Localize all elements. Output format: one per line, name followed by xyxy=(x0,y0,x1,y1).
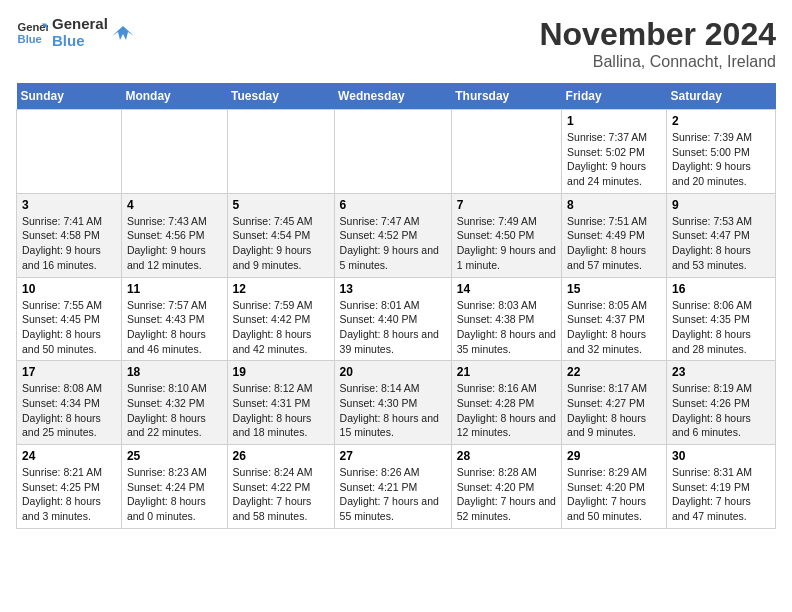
day-number: 30 xyxy=(672,449,770,463)
day-number: 12 xyxy=(233,282,329,296)
day-number: 23 xyxy=(672,365,770,379)
calendar-cell: 9Sunrise: 7:53 AM Sunset: 4:47 PM Daylig… xyxy=(667,193,776,277)
calendar-cell: 5Sunrise: 7:45 AM Sunset: 4:54 PM Daylig… xyxy=(227,193,334,277)
calendar-cell xyxy=(227,110,334,194)
weekday-header: Thursday xyxy=(451,83,561,110)
calendar-week-row: 3Sunrise: 7:41 AM Sunset: 4:58 PM Daylig… xyxy=(17,193,776,277)
calendar-cell: 7Sunrise: 7:49 AM Sunset: 4:50 PM Daylig… xyxy=(451,193,561,277)
calendar-week-row: 24Sunrise: 8:21 AM Sunset: 4:25 PM Dayli… xyxy=(17,445,776,529)
day-info: Sunrise: 8:16 AM Sunset: 4:28 PM Dayligh… xyxy=(457,381,556,440)
svg-marker-3 xyxy=(112,26,134,40)
calendar-cell: 26Sunrise: 8:24 AM Sunset: 4:22 PM Dayli… xyxy=(227,445,334,529)
day-info: Sunrise: 7:49 AM Sunset: 4:50 PM Dayligh… xyxy=(457,214,556,273)
day-info: Sunrise: 7:41 AM Sunset: 4:58 PM Dayligh… xyxy=(22,214,116,273)
day-number: 8 xyxy=(567,198,661,212)
day-number: 27 xyxy=(340,449,446,463)
day-info: Sunrise: 8:05 AM Sunset: 4:37 PM Dayligh… xyxy=(567,298,661,357)
day-number: 24 xyxy=(22,449,116,463)
day-number: 1 xyxy=(567,114,661,128)
calendar-cell: 13Sunrise: 8:01 AM Sunset: 4:40 PM Dayli… xyxy=(334,277,451,361)
day-number: 20 xyxy=(340,365,446,379)
day-number: 19 xyxy=(233,365,329,379)
calendar-cell xyxy=(451,110,561,194)
day-number: 16 xyxy=(672,282,770,296)
day-info: Sunrise: 8:14 AM Sunset: 4:30 PM Dayligh… xyxy=(340,381,446,440)
day-info: Sunrise: 8:29 AM Sunset: 4:20 PM Dayligh… xyxy=(567,465,661,524)
day-info: Sunrise: 8:24 AM Sunset: 4:22 PM Dayligh… xyxy=(233,465,329,524)
day-number: 17 xyxy=(22,365,116,379)
page-subtitle: Ballina, Connacht, Ireland xyxy=(539,53,776,71)
header: General Blue General Blue November 2024 … xyxy=(16,16,776,71)
day-number: 3 xyxy=(22,198,116,212)
weekday-header: Saturday xyxy=(667,83,776,110)
calendar-cell xyxy=(121,110,227,194)
day-number: 10 xyxy=(22,282,116,296)
day-info: Sunrise: 8:12 AM Sunset: 4:31 PM Dayligh… xyxy=(233,381,329,440)
calendar-cell: 3Sunrise: 7:41 AM Sunset: 4:58 PM Daylig… xyxy=(17,193,122,277)
calendar-cell: 6Sunrise: 7:47 AM Sunset: 4:52 PM Daylig… xyxy=(334,193,451,277)
day-number: 25 xyxy=(127,449,222,463)
weekday-header: Tuesday xyxy=(227,83,334,110)
day-number: 15 xyxy=(567,282,661,296)
calendar-cell: 12Sunrise: 7:59 AM Sunset: 4:42 PM Dayli… xyxy=(227,277,334,361)
calendar-week-row: 1Sunrise: 7:37 AM Sunset: 5:02 PM Daylig… xyxy=(17,110,776,194)
calendar-cell: 25Sunrise: 8:23 AM Sunset: 4:24 PM Dayli… xyxy=(121,445,227,529)
weekday-header: Friday xyxy=(562,83,667,110)
weekday-header: Sunday xyxy=(17,83,122,110)
day-number: 29 xyxy=(567,449,661,463)
calendar-cell: 16Sunrise: 8:06 AM Sunset: 4:35 PM Dayli… xyxy=(667,277,776,361)
day-info: Sunrise: 7:43 AM Sunset: 4:56 PM Dayligh… xyxy=(127,214,222,273)
logo-text-blue: Blue xyxy=(52,33,85,50)
calendar-cell: 20Sunrise: 8:14 AM Sunset: 4:30 PM Dayli… xyxy=(334,361,451,445)
weekday-header-row: SundayMondayTuesdayWednesdayThursdayFrid… xyxy=(17,83,776,110)
page-title: November 2024 xyxy=(539,16,776,53)
calendar-cell: 22Sunrise: 8:17 AM Sunset: 4:27 PM Dayli… xyxy=(562,361,667,445)
day-info: Sunrise: 8:26 AM Sunset: 4:21 PM Dayligh… xyxy=(340,465,446,524)
day-number: 14 xyxy=(457,282,556,296)
svg-text:Blue: Blue xyxy=(18,32,42,44)
day-info: Sunrise: 8:28 AM Sunset: 4:20 PM Dayligh… xyxy=(457,465,556,524)
day-number: 13 xyxy=(340,282,446,296)
calendar-cell: 17Sunrise: 8:08 AM Sunset: 4:34 PM Dayli… xyxy=(17,361,122,445)
calendar-week-row: 17Sunrise: 8:08 AM Sunset: 4:34 PM Dayli… xyxy=(17,361,776,445)
day-number: 6 xyxy=(340,198,446,212)
day-number: 21 xyxy=(457,365,556,379)
calendar-cell: 18Sunrise: 8:10 AM Sunset: 4:32 PM Dayli… xyxy=(121,361,227,445)
day-info: Sunrise: 7:39 AM Sunset: 5:00 PM Dayligh… xyxy=(672,130,770,189)
day-info: Sunrise: 7:45 AM Sunset: 4:54 PM Dayligh… xyxy=(233,214,329,273)
calendar-cell xyxy=(334,110,451,194)
calendar-cell: 27Sunrise: 8:26 AM Sunset: 4:21 PM Dayli… xyxy=(334,445,451,529)
calendar-table: SundayMondayTuesdayWednesdayThursdayFrid… xyxy=(16,83,776,529)
calendar-cell: 23Sunrise: 8:19 AM Sunset: 4:26 PM Dayli… xyxy=(667,361,776,445)
day-number: 7 xyxy=(457,198,556,212)
calendar-week-row: 10Sunrise: 7:55 AM Sunset: 4:45 PM Dayli… xyxy=(17,277,776,361)
logo-bird-icon xyxy=(112,22,134,44)
calendar-cell: 8Sunrise: 7:51 AM Sunset: 4:49 PM Daylig… xyxy=(562,193,667,277)
day-info: Sunrise: 8:06 AM Sunset: 4:35 PM Dayligh… xyxy=(672,298,770,357)
calendar-cell: 29Sunrise: 8:29 AM Sunset: 4:20 PM Dayli… xyxy=(562,445,667,529)
calendar-cell: 11Sunrise: 7:57 AM Sunset: 4:43 PM Dayli… xyxy=(121,277,227,361)
calendar-cell: 28Sunrise: 8:28 AM Sunset: 4:20 PM Dayli… xyxy=(451,445,561,529)
logo-icon: General Blue xyxy=(16,17,48,49)
day-info: Sunrise: 7:55 AM Sunset: 4:45 PM Dayligh… xyxy=(22,298,116,357)
calendar-cell: 19Sunrise: 8:12 AM Sunset: 4:31 PM Dayli… xyxy=(227,361,334,445)
calendar-cell: 30Sunrise: 8:31 AM Sunset: 4:19 PM Dayli… xyxy=(667,445,776,529)
calendar-cell: 21Sunrise: 8:16 AM Sunset: 4:28 PM Dayli… xyxy=(451,361,561,445)
title-area: November 2024 Ballina, Connacht, Ireland xyxy=(539,16,776,71)
day-number: 11 xyxy=(127,282,222,296)
day-info: Sunrise: 7:57 AM Sunset: 4:43 PM Dayligh… xyxy=(127,298,222,357)
day-info: Sunrise: 8:23 AM Sunset: 4:24 PM Dayligh… xyxy=(127,465,222,524)
calendar-cell: 15Sunrise: 8:05 AM Sunset: 4:37 PM Dayli… xyxy=(562,277,667,361)
day-info: Sunrise: 7:37 AM Sunset: 5:02 PM Dayligh… xyxy=(567,130,661,189)
day-info: Sunrise: 8:03 AM Sunset: 4:38 PM Dayligh… xyxy=(457,298,556,357)
day-info: Sunrise: 7:53 AM Sunset: 4:47 PM Dayligh… xyxy=(672,214,770,273)
calendar-cell: 24Sunrise: 8:21 AM Sunset: 4:25 PM Dayli… xyxy=(17,445,122,529)
logo: General Blue General Blue xyxy=(16,16,134,49)
day-info: Sunrise: 8:10 AM Sunset: 4:32 PM Dayligh… xyxy=(127,381,222,440)
calendar-cell xyxy=(17,110,122,194)
calendar-cell: 4Sunrise: 7:43 AM Sunset: 4:56 PM Daylig… xyxy=(121,193,227,277)
day-info: Sunrise: 7:59 AM Sunset: 4:42 PM Dayligh… xyxy=(233,298,329,357)
day-number: 2 xyxy=(672,114,770,128)
calendar-cell: 2Sunrise: 7:39 AM Sunset: 5:00 PM Daylig… xyxy=(667,110,776,194)
weekday-header: Monday xyxy=(121,83,227,110)
